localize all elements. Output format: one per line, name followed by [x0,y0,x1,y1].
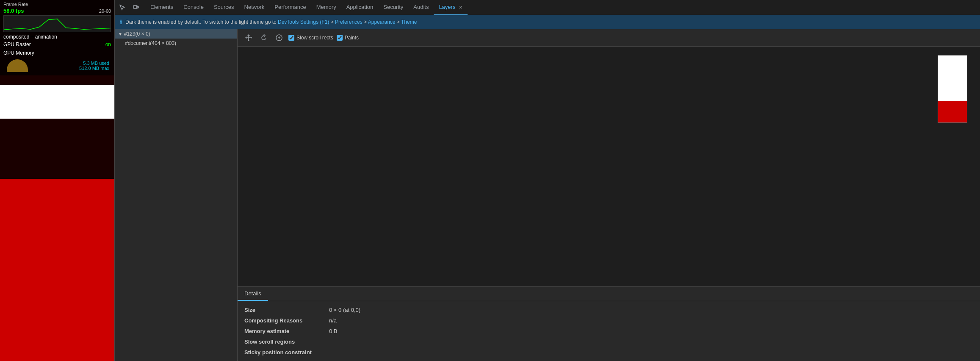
tab-layers-close[interactable]: × [459,4,462,11]
layer-item-doc[interactable]: #document(404 × 803) [115,39,237,48]
layer-arrow: ▼ [118,32,122,36]
info-icon: ℹ [120,19,122,25]
tab-layers[interactable]: Layers × [434,0,467,15]
gpu-raster-row: GPU Raster on [3,41,111,48]
zoom-button[interactable] [273,32,285,44]
gpu-memory-section: GPU Memory 5.3 MB used 512.0 MB max [3,50,111,74]
tab-console[interactable]: Console [178,0,209,15]
details-label-compositing: Compositing Reasons [244,317,329,324]
slow-scroll-checkbox-label[interactable]: Slow scroll rects [288,35,333,41]
tab-memory[interactable]: Memory [311,0,341,15]
gpu-raster-status: on [105,42,111,47]
composited-label: composited – animation [3,33,111,41]
info-link-settings[interactable]: DevTools Settings (F1) [278,19,329,25]
details-content: Size 0 × 0 (at 0,0) Compositing Reasons … [238,301,980,361]
frame-rate-range: 20-60 [99,8,111,14]
info-text: Dark theme is enabled by default. To swi… [125,19,417,25]
frame-rate-value: 58.0 fps [3,8,24,14]
device-toolbar-icon[interactable] [130,2,142,14]
red-background [0,179,114,361]
details-tab[interactable]: Details [238,287,268,301]
details-tabs: Details [238,287,980,301]
pan-button[interactable] [243,32,255,44]
details-label-sticky: Sticky position constraint [244,349,329,355]
gpu-raster-label: GPU Raster [3,42,31,47]
details-row-compositing: Compositing Reasons n/a [244,315,973,326]
info-link-preferences[interactable]: Preferences [335,19,363,25]
white-area [0,85,114,119]
tab-audits[interactable]: Audits [408,0,434,15]
frame-rate-overlay: Frame Rate 58.0 fps 20-60 composited – a… [0,0,114,75]
gpu-memory-used: 5.3 MB used [83,61,109,66]
devtools-content: ▼ #129(0 × 0) #document(404 × 803) [115,29,980,361]
layer-right: Slow scroll rects Paints [238,29,980,361]
layer-item-root[interactable]: ▼ #129(0 × 0) [115,29,237,39]
gpu-icon [7,59,28,72]
details-label-memory: Memory estimate [244,328,329,334]
details-row-size: Size 0 × 0 (at 0,0) [244,305,973,315]
layer-tree: ▼ #129(0 × 0) #document(404 × 803) [115,29,238,361]
details-value-memory: 0 B [329,328,338,334]
gpu-memory-stats: 5.3 MB used 512.0 MB max [78,61,111,71]
paints-checkbox[interactable] [337,35,343,41]
paints-checkbox-label[interactable]: Paints [337,35,359,41]
tab-performance[interactable]: Performance [269,0,311,15]
layer-name-root: #129(0 × 0) [124,31,150,37]
details-row-sticky: Sticky position constraint [244,347,973,358]
gpu-memory-label: GPU Memory [3,50,111,56]
left-panel: Frame Rate 58.0 fps 20-60 composited – a… [0,0,114,361]
gpu-memory-max: 512.0 MB max [79,66,109,71]
info-link-theme[interactable]: Theme [401,19,417,25]
tab-security[interactable]: Security [378,0,408,15]
info-link-appearance[interactable]: Appearance [368,19,396,25]
tab-network[interactable]: Network [239,0,270,15]
details-value-size: 0 × 0 (at 0,0) [329,307,360,313]
tab-sources[interactable]: Sources [209,0,239,15]
rotate-button[interactable] [258,32,270,44]
layer-details: Details Size 0 × 0 (at 0,0) Compositing … [238,286,980,361]
layer-thumbnail [938,55,967,123]
devtools-tabs: Elements Console Sources Network Perform… [115,0,980,15]
layer-thumbnail-red [938,101,967,122]
slow-scroll-checkbox[interactable] [288,35,294,41]
paints-label: Paints [345,35,359,41]
devtools-panel: Elements Console Sources Network Perform… [114,0,980,361]
layer-3d-view[interactable] [238,47,980,286]
details-label-size: Size [244,307,329,313]
tab-elements[interactable]: Elements [145,0,178,15]
inspect-icon[interactable] [116,2,128,14]
info-bar: ℹ Dark theme is enabled by default. To s… [115,15,980,29]
details-row-memory: Memory estimate 0 B [244,326,973,336]
slow-scroll-label: Slow scroll rects [296,35,333,41]
layer-toolbar: Slow scroll rects Paints [238,29,980,47]
tab-application[interactable]: Application [341,0,379,15]
frame-rate-graph [3,15,111,32]
frame-rate-title: Frame Rate [3,2,111,7]
details-label-scroll: Slow scroll regions [244,339,329,345]
details-row-scroll: Slow scroll regions [244,336,973,347]
details-value-compositing: n/a [329,317,337,324]
layer-name-doc: #document(404 × 803) [125,40,176,46]
tab-icons [116,2,142,14]
